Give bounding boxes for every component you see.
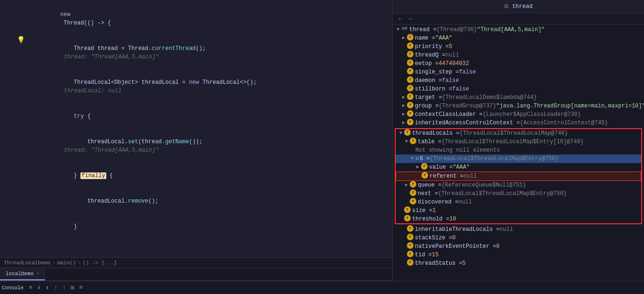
tab-close-btn[interactable]: ×: [36, 271, 39, 277]
console-btn-up2[interactable]: ↑: [53, 283, 59, 292]
tree-node-threadlocals[interactable]: ▼ f threadLocals = {ThreadLocal$ThreadLo…: [396, 129, 641, 138]
back-btn[interactable]: ←: [397, 14, 404, 24]
tree-node-native-park[interactable]: f nativeParkEventPointer = 0: [393, 242, 644, 251]
toggle: [415, 172, 421, 180]
entry-icon: ≡: [415, 155, 419, 163]
toggle[interactable]: ▶: [414, 163, 421, 172]
tree-node-stillborn[interactable]: f stillborn = false: [393, 85, 644, 93]
tree-node-queue[interactable]: ▶ f queue = {ReferenceQueue$Null@751}: [396, 181, 641, 189]
tree-node-name[interactable]: ▶ f name = "AAA": [393, 34, 644, 42]
field-icon-f: f: [407, 42, 413, 49]
code-line: threadLocal.set(thread.getName()); threa…: [0, 129, 392, 163]
tree-root[interactable]: ▼ oo thread = {Thread@736} "Thread[AAA,5…: [393, 25, 644, 34]
code-text: ());: [189, 139, 203, 145]
console-bar: Console ≡ ⬇ ⬆ ↑ ↑ ⊞ ≡: [0, 281, 644, 294]
toggle: [400, 42, 407, 51]
node-val: false: [459, 68, 476, 76]
console-btn-down[interactable]: ⬇: [36, 283, 42, 293]
node-label: name =: [415, 34, 435, 42]
console-btn-grid[interactable]: ⊞: [69, 283, 76, 293]
code-content: ThreadLocal<Object> threadLocal = new Th…: [24, 70, 392, 104]
node-label: queue =: [418, 181, 441, 189]
tree-node-access-control[interactable]: ▶ f inheritedAccessControlContext = {Acc…: [393, 119, 644, 127]
tree-node-priority[interactable]: f priority = 5: [393, 42, 644, 51]
toggle[interactable]: ▶: [400, 110, 407, 119]
node-val: "AAA": [453, 163, 469, 172]
tree-node-eetop[interactable]: f eetop = 447404032: [393, 59, 644, 68]
node-label: threadQ =: [415, 51, 445, 59]
tree-node-inheritable[interactable]: f inheritableThreadLocals = null: [393, 225, 644, 234]
debug-copy-icon[interactable]: ⧉: [504, 3, 509, 10]
field-icon-f: f: [407, 76, 413, 83]
console-btn-up3[interactable]: ↑: [61, 283, 68, 292]
toggle-expand[interactable]: ▼: [395, 25, 401, 34]
tree-node-null-info: Not showing null elements: [396, 146, 641, 155]
console-btn-menu[interactable]: ≡: [27, 283, 34, 292]
code-text: threadLocal.: [60, 198, 128, 204]
toggle[interactable]: ▶: [400, 119, 407, 127]
node-label: discovered =: [418, 198, 458, 206]
code-text: (thread.: [138, 139, 166, 145]
tree-node-threshold[interactable]: f threshold = 10: [396, 215, 641, 223]
node-label: referent =: [429, 172, 463, 180]
tree-node-next[interactable]: f next = {ThreadLocal$ThreadLocalMap$Ent…: [396, 189, 641, 198]
node-label: tid =: [415, 251, 432, 259]
code-text: ();: [196, 45, 206, 52]
tree-node-target[interactable]: ▶ f target = {ThreadLocalDemo$lambda@744…: [393, 93, 644, 102]
node-val: 0: [452, 234, 455, 242]
tree-node-threadstatus[interactable]: f threadStatus = 5: [393, 259, 644, 268]
tree-node-value-aaa[interactable]: ▶ f value = "AAA": [396, 163, 641, 172]
node-label: size =: [412, 206, 432, 215]
node-val: 1: [432, 206, 436, 215]
tree-node-stacksize[interactable]: f stackSize = 0: [393, 234, 644, 242]
code-text: threadLocal.: [60, 139, 128, 145]
tree-node-single-step[interactable]: f single_step = false: [393, 68, 644, 76]
field-icon-f: f: [407, 68, 413, 74]
toggle[interactable]: ▶: [400, 102, 407, 110]
toggle: [400, 234, 407, 242]
field-icon-f: f: [407, 251, 413, 257]
node-label: nativeParkEventPointer =: [415, 242, 496, 251]
console-label: Console: [2, 285, 24, 291]
code-text: {: [84, 113, 90, 120]
field-icon-f: f: [404, 206, 411, 213]
tree-node-tid[interactable]: f tid = 15: [393, 251, 644, 259]
node-label: priority =: [415, 42, 449, 51]
tab-item-active[interactable]: localDemo ×: [0, 268, 45, 280]
node-label: stackSize =: [415, 234, 452, 242]
tree-node-entry-6[interactable]: ▼ ≡ 6 = {ThreadLocal$ThreadLocalMap$Entr…: [396, 155, 641, 163]
console-btn-lines[interactable]: ≡: [78, 283, 84, 292]
tree-node-size[interactable]: f size = 1: [396, 206, 641, 215]
line-icon: 💡: [17, 36, 24, 44]
tree-node-group[interactable]: ▶ f group = {ThreadGroup@737} "java.lang…: [393, 102, 644, 110]
tree-node-table[interactable]: ▼ f table = {ThreadLocal$ThreadLocalMap$…: [396, 138, 641, 146]
forward-btn[interactable]: →: [406, 14, 413, 24]
toggle[interactable]: ▼: [398, 129, 404, 138]
field-icon-f: f: [407, 51, 413, 57]
toggle[interactable]: ▶: [400, 93, 407, 102]
toggle[interactable]: ▼: [403, 138, 410, 146]
breadcrumb-bar: ThreadLocalDemo › main() › () -> {...}: [0, 257, 392, 268]
tree-node-threadq[interactable]: f threadQ = null: [393, 51, 644, 59]
tree-node-discovered[interactable]: f discovered = null: [396, 198, 641, 206]
code-line: try {: [0, 104, 392, 129]
console-btn-up1[interactable]: ⬆: [44, 283, 51, 293]
field-icon-f: f: [410, 198, 416, 204]
toggle: [400, 242, 407, 251]
toggle[interactable]: ▶: [403, 181, 410, 189]
code-content: new Thread(() -> {: [24, 2, 392, 36]
node-val: null: [445, 51, 459, 59]
field-icon-f: f: [407, 85, 413, 91]
toggle[interactable]: ▶: [400, 34, 407, 42]
code-annotation: threadLocal: null: [64, 88, 121, 94]
code-line: }: [0, 214, 392, 239]
toggle[interactable]: ▼: [409, 155, 415, 163]
node-val: 447404032: [438, 59, 469, 68]
tree-node-referent[interactable]: f referent = null: [396, 172, 641, 181]
toggle: [400, 259, 407, 268]
toggle: [400, 51, 407, 59]
node-string-val: "java.lang.ThreadGroup[name=main,maxpri=…: [496, 102, 644, 110]
tab-bar-bottom: localDemo ×: [0, 268, 392, 281]
tree-node-classloader[interactable]: ▶ f contextClassLoader = {Launcher$AppCl…: [393, 110, 644, 119]
tree-node-daemon[interactable]: f daemon = false: [393, 76, 644, 85]
